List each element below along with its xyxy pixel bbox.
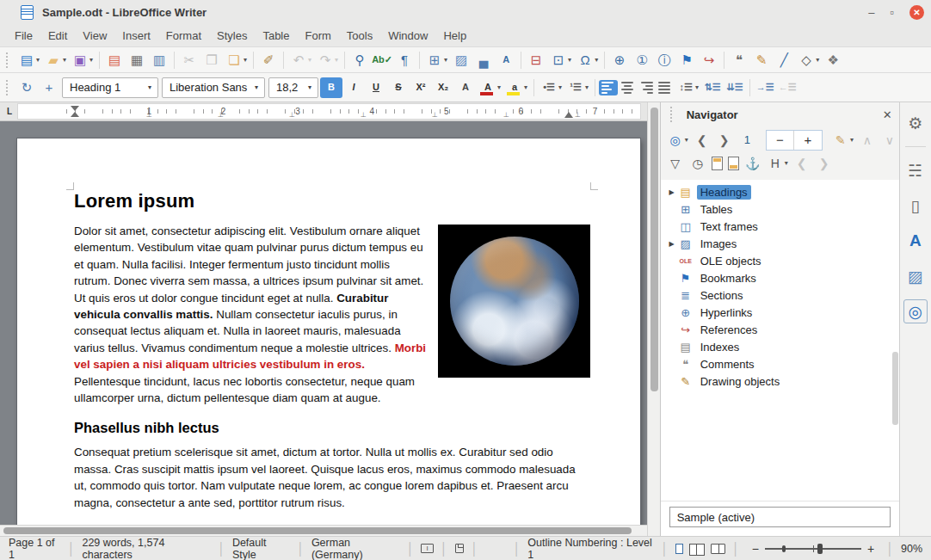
undo-dropdown[interactable]: ▾ bbox=[308, 56, 311, 64]
menu-view[interactable]: View bbox=[75, 27, 114, 45]
navigator-item-ole-objects[interactable]: OLEOLE objects bbox=[661, 252, 899, 269]
basic-shapes-button[interactable]: ◇▾ bbox=[795, 50, 822, 71]
navigator-item-sections[interactable]: ≣Sections bbox=[661, 286, 899, 304]
filter-button[interactable]: ▽ bbox=[664, 153, 687, 174]
paste-dropdown[interactable]: ▾ bbox=[244, 56, 247, 64]
insert-comment-button[interactable]: ❝ bbox=[728, 50, 750, 71]
tab-selector-icon[interactable]: L bbox=[7, 107, 12, 116]
navigator-close-button[interactable]: ✕ bbox=[883, 108, 892, 121]
status-page-number[interactable]: Page 1 of 1 bbox=[9, 537, 61, 560]
menu-table[interactable]: Table bbox=[255, 27, 297, 45]
document-paragraph-2[interactable]: Consequat pretium scelerisque sit amet, … bbox=[74, 444, 590, 511]
expander-icon[interactable]: ▶ bbox=[666, 188, 678, 196]
menu-file[interactable]: File bbox=[7, 27, 40, 45]
align-right-button[interactable] bbox=[637, 80, 656, 95]
status-word-count[interactable]: 229 words, 1,574 characters bbox=[82, 537, 211, 560]
left-indent-marker[interactable] bbox=[71, 112, 79, 117]
menu-edit[interactable]: Edit bbox=[40, 27, 75, 45]
redo-dropdown[interactable]: ▾ bbox=[335, 56, 338, 64]
insert-cross-reference-button[interactable]: ↪ bbox=[698, 50, 720, 71]
basic-shapes-dropdown[interactable]: ▾ bbox=[816, 56, 819, 64]
zoom-slider-thumb[interactable] bbox=[817, 544, 823, 554]
document-paragraph-1[interactable]: Dolor sit amet, consectetur adipiscing e… bbox=[74, 223, 590, 406]
zoom-in-button[interactable]: + bbox=[867, 542, 874, 556]
insert-footnote-button[interactable]: ① bbox=[631, 50, 653, 71]
insert-field-dropdown[interactable]: ▾ bbox=[568, 56, 571, 64]
update-style-button[interactable]: ↻ bbox=[15, 77, 38, 98]
sidebar-tab-navigator[interactable]: ◎ bbox=[903, 299, 928, 323]
header-toggle-button[interactable] bbox=[709, 155, 725, 172]
font-color-dropdown[interactable]: ▾ bbox=[497, 83, 501, 91]
insert-hyperlink-button[interactable]: ⊕ bbox=[608, 50, 631, 71]
document-modified-icon[interactable] bbox=[455, 544, 465, 553]
align-left-button[interactable] bbox=[599, 80, 618, 95]
sidebar-tab-page[interactable]: ▯ bbox=[903, 194, 928, 218]
navigator-item-text-frames[interactable]: ◫Text frames bbox=[661, 218, 899, 235]
paragraph-style-combo[interactable]: Heading 1▾ bbox=[62, 77, 158, 98]
open-dropdown[interactable]: ▾ bbox=[63, 56, 66, 64]
status-page-style[interactable]: Default Style bbox=[232, 537, 290, 560]
increase-indent-button[interactable]: →☰ bbox=[754, 77, 776, 98]
right-indent-marker[interactable] bbox=[564, 112, 573, 118]
highlight-color-dropdown[interactable]: ▾ bbox=[524, 83, 527, 91]
footer-toggle-button[interactable] bbox=[725, 155, 742, 172]
strikethrough-button[interactable]: S bbox=[387, 77, 410, 98]
heading-levels-dropdown[interactable]: ▾ bbox=[785, 159, 788, 167]
numbered-list-button[interactable]: ¹☰▾ bbox=[564, 77, 591, 98]
italic-button[interactable]: I bbox=[342, 77, 365, 98]
insert-line-button[interactable]: ╱ bbox=[773, 50, 795, 71]
insert-text-box-button[interactable]: A bbox=[495, 50, 517, 71]
insert-table-dropdown[interactable]: ▾ bbox=[444, 56, 447, 64]
insert-image-button[interactable]: ▨ bbox=[450, 50, 472, 71]
numbered-list-dropdown[interactable]: ▾ bbox=[585, 83, 589, 91]
selection-mode-icon[interactable]: I bbox=[421, 544, 433, 553]
navigator-item-drawing-objects[interactable]: ✎Drawing objects bbox=[661, 372, 899, 390]
find-and-replace-button[interactable]: ⚲ bbox=[348, 50, 371, 71]
new-style-button[interactable]: + bbox=[38, 77, 60, 98]
vertical-scrollbar-thumb[interactable] bbox=[650, 108, 658, 391]
menu-styles[interactable]: Styles bbox=[209, 27, 255, 45]
paste-button[interactable]: ❏▾ bbox=[223, 50, 250, 71]
spelling-button[interactable]: Ab✓ bbox=[371, 50, 393, 71]
new-document-button[interactable]: ▤▾ bbox=[15, 50, 42, 71]
document-heading1[interactable]: Lorem ipsum bbox=[74, 190, 590, 212]
zoom-out-button[interactable]: − bbox=[752, 542, 759, 556]
subscript-button[interactable]: X₂ bbox=[432, 77, 454, 98]
heading-levels-button[interactable]: H▾ bbox=[764, 153, 791, 174]
clone-formatting-button[interactable]: ✐ bbox=[257, 50, 280, 71]
first-line-indent-marker[interactable] bbox=[71, 106, 79, 111]
menu-tools[interactable]: Tools bbox=[339, 27, 380, 45]
insert-endnote-button[interactable]: ⓘ bbox=[653, 50, 675, 71]
navigator-item-images[interactable]: ▶▨Images bbox=[661, 235, 899, 252]
sidebar-tab-gallery[interactable]: ▨ bbox=[903, 264, 928, 288]
insert-bookmark-button[interactable]: ⚑ bbox=[675, 50, 698, 71]
clear-formatting-button[interactable]: A bbox=[454, 77, 477, 98]
single-page-view-icon[interactable] bbox=[675, 544, 683, 554]
navigator-scrollbar-thumb[interactable] bbox=[892, 352, 898, 425]
menu-help[interactable]: Help bbox=[435, 27, 474, 45]
close-button[interactable]: ✕ bbox=[909, 5, 924, 20]
navigator-item-references[interactable]: ↪References bbox=[661, 321, 899, 338]
font-name-combo[interactable]: Liberation Sans▾ bbox=[162, 77, 265, 98]
bullet-list-dropdown[interactable]: ▾ bbox=[558, 83, 562, 91]
status-language[interactable]: German (Germany) bbox=[311, 537, 400, 560]
font-size-combo[interactable]: 18,2▾ bbox=[268, 77, 318, 98]
horizontal-scrollbar[interactable] bbox=[0, 525, 647, 536]
formatting-marks-button[interactable]: ¶ bbox=[393, 50, 416, 71]
drag-mode-dropdown[interactable]: ▾ bbox=[850, 136, 854, 144]
insert-page-break-button[interactable]: ⊟ bbox=[525, 50, 547, 71]
navigator-item-headings[interactable]: ▶▤Headings bbox=[661, 183, 899, 200]
font-color-button[interactable]: A▾ bbox=[477, 77, 503, 98]
insert-special-character-dropdown[interactable]: ▾ bbox=[595, 56, 598, 64]
print-button[interactable]: ▦ bbox=[126, 50, 148, 71]
zoom-percentage[interactable]: 90% bbox=[901, 543, 922, 555]
navigator-item-indexes[interactable]: ▤Indexes bbox=[661, 338, 899, 355]
status-outline-level[interactable]: Outline Numbering : Level 1 bbox=[527, 537, 654, 560]
outline-tracking-button[interactable]: ◷ bbox=[687, 153, 709, 174]
bullet-list-button[interactable]: •☰▾ bbox=[538, 77, 564, 98]
line-spacing-dropdown[interactable]: ▾ bbox=[695, 83, 699, 91]
bold-button[interactable]: B bbox=[320, 77, 342, 98]
sidebar-tab-properties[interactable]: ☵ bbox=[903, 158, 928, 182]
anchor-text-toggle-button[interactable]: ⚓ bbox=[742, 153, 764, 174]
navigate-by-button[interactable]: ◎▾ bbox=[664, 130, 691, 151]
